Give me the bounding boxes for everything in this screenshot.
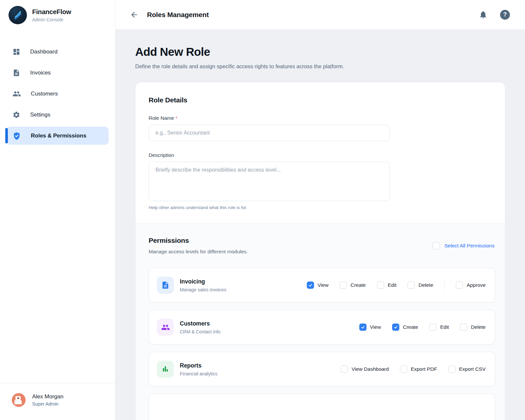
- checkbox-box: [359, 324, 367, 331]
- sidebar-item-dashboard[interactable]: Dashboard: [7, 43, 109, 61]
- role-name-input[interactable]: [149, 125, 389, 141]
- checkbox-box: [341, 366, 348, 373]
- delete-checkbox[interactable]: Delete: [408, 282, 433, 289]
- edit-checkbox[interactable]: Edit: [377, 282, 397, 289]
- settings-icon: [12, 111, 20, 119]
- checkbox-box: [456, 282, 463, 289]
- module-description: Financial analytics: [180, 371, 217, 376]
- view-checkbox[interactable]: View: [359, 324, 381, 331]
- module-name: Customers: [180, 320, 220, 327]
- module-list: Invoicing Manage sales invoices ViewCrea…: [149, 268, 495, 420]
- module-row-customers: Customers CRM & Contact info ViewCreateE…: [149, 310, 495, 345]
- module-row-partial: [149, 394, 495, 420]
- checkbox-box: [408, 282, 415, 289]
- checkbox-box: [400, 366, 407, 373]
- notifications-button[interactable]: [479, 10, 488, 19]
- sidebar-item-roles-permissions[interactable]: Roles & Permissions: [7, 127, 109, 145]
- checkbox-label: Edit: [388, 282, 397, 288]
- checkbox-box: [429, 324, 436, 331]
- export-csv-checkbox[interactable]: Export CSV: [448, 366, 486, 373]
- edit-checkbox[interactable]: Edit: [429, 324, 449, 331]
- options-divider: [444, 280, 445, 290]
- permissions-subtitle: Manage access levels for different modul…: [149, 249, 248, 255]
- checkbox-label: Delete: [418, 282, 433, 288]
- sidebar-item-label: Customers: [31, 91, 58, 97]
- description-textarea[interactable]: [149, 162, 389, 201]
- select-all-permissions-checkbox[interactable]: Select All Permissions: [433, 242, 494, 249]
- sidebar: FinanceFlow Admin Console Dashboard Invo…: [0, 0, 116, 420]
- bar-chart-icon: [157, 361, 174, 378]
- arrow-left-icon: [130, 10, 138, 19]
- avatar: [12, 393, 26, 407]
- shield-check-icon: [12, 132, 21, 140]
- checkbox-label: View: [318, 282, 328, 288]
- brand: FinanceFlow Admin Console: [0, 0, 115, 24]
- user-profile[interactable]: Alex Morgan Super Admin: [0, 383, 115, 420]
- sidebar-item-label: Dashboard: [30, 49, 57, 55]
- checkbox-label: Delete: [471, 324, 486, 330]
- help-icon: ?: [500, 10, 510, 20]
- page-header-title: Roles Management: [147, 11, 209, 19]
- role-form-card: Role Details Role Name* Description Help…: [135, 82, 505, 420]
- description-helper-text: Help other admins understand what this r…: [149, 205, 492, 210]
- select-all-label: Select All Permissions: [445, 243, 494, 249]
- module-row-reports: Reports Financial analytics View Dashboa…: [149, 352, 495, 387]
- people-icon: [157, 319, 174, 336]
- role-details-title: Role Details: [149, 96, 492, 104]
- sidebar-item-customers[interactable]: Customers: [7, 85, 109, 103]
- customers-icon: [12, 90, 21, 98]
- approve-checkbox[interactable]: Approve: [456, 282, 486, 289]
- checkbox-label: Approve: [467, 282, 486, 288]
- checkbox-box: [340, 282, 347, 289]
- sidebar-item-label: Invoices: [30, 70, 51, 76]
- role-details-section: Role Details Role Name* Description Help…: [136, 82, 505, 223]
- invoice-icon: [12, 69, 20, 77]
- required-asterisk: *: [176, 115, 178, 121]
- sidebar-item-invoices[interactable]: Invoices: [7, 64, 109, 82]
- export-pdf-checkbox[interactable]: Export PDF: [400, 366, 437, 373]
- sidebar-nav: Dashboard Invoices Customers Settings Ro…: [0, 43, 115, 145]
- module-description: Manage sales invoices: [180, 287, 226, 292]
- sidebar-item-settings[interactable]: Settings: [7, 106, 109, 124]
- sidebar-item-label: Settings: [30, 112, 50, 118]
- delete-checkbox[interactable]: Delete: [460, 324, 486, 331]
- view-checkbox[interactable]: View: [307, 282, 328, 289]
- checkbox-label: Create: [403, 324, 418, 330]
- checkbox-label: Create: [350, 282, 366, 288]
- financeflow-logo-icon: [9, 6, 27, 24]
- view-dashboard-checkbox[interactable]: View Dashboard: [341, 366, 388, 373]
- module-name: Reports: [180, 362, 217, 369]
- module-options: View DashboardExport PDFExport CSV: [341, 366, 486, 373]
- user-role: Super Admin: [32, 401, 63, 407]
- checkbox-label: Edit: [440, 324, 449, 330]
- module-options: ViewCreateEditDeleteApprove: [307, 280, 486, 290]
- module-description: CRM & Contact info: [180, 329, 220, 334]
- main-area: Roles Management ? Add New Role Define t…: [116, 0, 525, 420]
- checkbox-label: Export CSV: [459, 366, 486, 372]
- page-title: Add New Role: [135, 45, 505, 58]
- sidebar-item-label: Roles & Permissions: [31, 133, 86, 139]
- help-button[interactable]: ?: [500, 10, 510, 20]
- page-subtitle: Define the role details and assign speci…: [135, 63, 505, 70]
- create-checkbox[interactable]: Create: [340, 282, 366, 289]
- checkbox-label: View: [370, 324, 381, 330]
- create-checkbox[interactable]: Create: [392, 324, 418, 331]
- checkbox-box: [433, 242, 440, 249]
- checkbox-label: View Dashboard: [351, 366, 388, 372]
- top-bar: Roles Management ?: [116, 0, 525, 30]
- dashboard-icon: [12, 48, 20, 56]
- brand-subtitle: Admin Console: [32, 17, 71, 22]
- checkbox-box: [377, 282, 384, 289]
- description-label: Description: [149, 152, 492, 158]
- back-button[interactable]: [130, 10, 138, 19]
- permissions-section: Permissions Manage access levels for dif…: [136, 223, 505, 420]
- permissions-title: Permissions: [149, 237, 248, 244]
- checkbox-box: [392, 324, 399, 331]
- document-icon: [157, 277, 174, 294]
- checkbox-box: [448, 366, 455, 373]
- user-name: Alex Morgan: [32, 393, 63, 400]
- checkbox-box: [460, 324, 467, 331]
- module-options: ViewCreateEditDelete: [359, 324, 486, 331]
- checkbox-box: [307, 282, 314, 289]
- checkbox-label: Export PDF: [411, 366, 437, 372]
